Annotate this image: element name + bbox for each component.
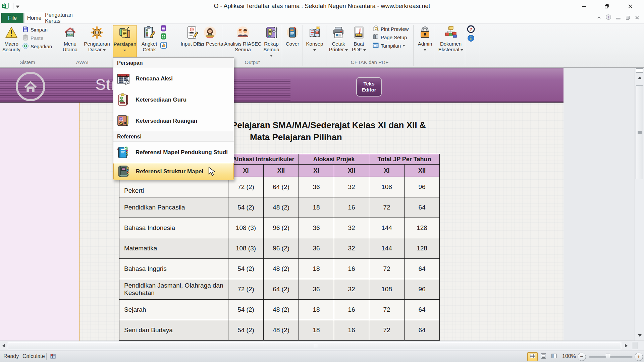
value-cell[interactable]: 64 (2) bbox=[264, 177, 299, 197]
sub-header[interactable]: XII bbox=[264, 165, 299, 177]
menu-item-ketersediaan-ruangan[interactable]: Ketersediaan Ruangan bbox=[113, 110, 234, 131]
value-cell[interactable]: 128 bbox=[405, 238, 440, 259]
horizontal-scrollbar[interactable] bbox=[0, 341, 644, 351]
value-cell[interactable]: 108 (3) bbox=[228, 238, 264, 259]
value-cell[interactable]: 18 bbox=[299, 259, 334, 279]
view-page-break-button[interactable] bbox=[549, 352, 559, 361]
subject-name-cell[interactable]: Seni dan Budaya bbox=[119, 320, 228, 341]
scrollbar-split-handle[interactable] bbox=[632, 342, 638, 349]
scroll-up-button[interactable] bbox=[635, 73, 644, 82]
value-cell[interactable]: 96 (2) bbox=[264, 238, 299, 259]
value-cell[interactable]: 18 bbox=[299, 320, 334, 341]
value-cell[interactable]: 64 bbox=[405, 320, 440, 341]
scrollbar-split-handle[interactable] bbox=[636, 68, 643, 73]
teks-editor-button[interactable]: Teks Editor bbox=[356, 77, 382, 97]
value-cell[interactable]: 64 bbox=[405, 300, 440, 320]
value-cell[interactable]: 64 bbox=[405, 197, 440, 218]
value-cell[interactable]: 36 bbox=[299, 238, 334, 259]
value-cell[interactable]: 72 bbox=[369, 259, 405, 279]
close-button[interactable] bbox=[625, 2, 636, 11]
per-peserta-button[interactable]: Per Peserta bbox=[197, 25, 223, 57]
zoom-slider-track[interactable] bbox=[589, 356, 633, 358]
value-cell[interactable]: 144 bbox=[369, 218, 405, 238]
value-cell[interactable]: 48 (2) bbox=[264, 300, 299, 320]
value-cell[interactable]: 128 bbox=[405, 218, 440, 238]
value-cell[interactable]: 32 bbox=[334, 218, 369, 238]
tab-pengaturan-kertas[interactable]: Pengaturan Kertas bbox=[45, 13, 85, 23]
restore-button[interactable] bbox=[601, 2, 612, 11]
workbook-minimize-button[interactable] bbox=[614, 14, 623, 21]
home-button[interactable] bbox=[16, 72, 45, 101]
dokumen-eksternal-button[interactable]: Dokumen Eksternal bbox=[436, 25, 466, 57]
value-cell[interactable]: 96 bbox=[405, 177, 440, 197]
menu-item-ketersediaan-guru[interactable]: Ketersediaan Guru bbox=[113, 89, 234, 110]
persiapan-button[interactable]: Persiapan bbox=[113, 25, 137, 57]
subject-name-cell[interactable]: Bahasa Indonesia bbox=[119, 218, 228, 238]
subject-name-cell[interactable]: Pendidikan Pancasila bbox=[119, 197, 228, 218]
value-cell[interactable]: 108 bbox=[369, 279, 405, 300]
cetak-printer-button[interactable]: Cetak Printer bbox=[328, 25, 349, 57]
value-cell[interactable]: 48 (2) bbox=[264, 259, 299, 279]
value-cell[interactable]: 72 bbox=[369, 300, 405, 320]
value-cell[interactable]: 18 bbox=[299, 197, 334, 218]
sub-header[interactable]: XII bbox=[334, 165, 369, 177]
subject-name-cell[interactable]: Pendidikan Jasmani, Olahraga dan Kesehat… bbox=[119, 279, 228, 300]
page-setup-button[interactable]: Page Setup bbox=[372, 33, 407, 42]
macro-security-button[interactable]: Macro Security bbox=[2, 25, 21, 57]
menu-item-referensi-mapel-pendukung-studi[interactable]: Referensi Mapel Pendukung Studi bbox=[113, 142, 234, 163]
angket-cetak-button[interactable]: Angket Cetak bbox=[138, 25, 160, 57]
value-cell[interactable]: 64 bbox=[405, 259, 440, 279]
scroll-down-button[interactable] bbox=[635, 331, 644, 340]
value-cell[interactable]: 36 bbox=[299, 218, 334, 238]
minimize-button[interactable] bbox=[578, 2, 590, 11]
admin-button[interactable]: Admin bbox=[415, 25, 435, 57]
value-cell[interactable]: 16 bbox=[334, 300, 369, 320]
zoom-out-button[interactable]: − bbox=[578, 353, 586, 361]
rekap-semua-button[interactable]: Rekap Semua bbox=[262, 25, 281, 57]
buat-pdf-button[interactable]: PDF Buat PDF bbox=[350, 25, 368, 57]
value-cell[interactable]: 64 (2) bbox=[264, 279, 299, 300]
subject-name-cell[interactable]: Matematika bbox=[119, 238, 228, 259]
value-cell[interactable]: 54 (2) bbox=[228, 300, 264, 320]
help-icon[interactable]: ? bbox=[467, 25, 475, 33]
simpan-button[interactable]: Simpan bbox=[22, 25, 48, 34]
value-cell[interactable]: 54 (2) bbox=[228, 320, 264, 341]
subject-name-cell[interactable]: Bahasa Inggris bbox=[119, 259, 228, 279]
tab-file[interactable]: File bbox=[1, 13, 23, 23]
menu-utama-button[interactable]: ALMAS Menu Utama bbox=[58, 25, 83, 57]
analisis-riasec-button[interactable]: Analisis RIASEC Semua bbox=[224, 25, 262, 57]
paste-button[interactable]: Paste bbox=[22, 34, 43, 42]
menu-item-rencana-aksi[interactable]: Rencana Aksi bbox=[113, 68, 234, 89]
collapse-ribbon-button[interactable] bbox=[595, 14, 603, 21]
value-cell[interactable]: 36 bbox=[299, 279, 334, 300]
value-cell[interactable]: 18 bbox=[299, 300, 334, 320]
value-cell[interactable]: 72 bbox=[369, 320, 405, 341]
column-group-header[interactable]: Total JP Per Tahun bbox=[369, 154, 440, 165]
vertical-scrollbar[interactable] bbox=[635, 68, 644, 341]
sub-header[interactable]: XI bbox=[369, 165, 405, 177]
scroll-left-button[interactable] bbox=[0, 342, 7, 350]
sub-header[interactable]: XI bbox=[299, 165, 334, 177]
value-cell[interactable]: 96 (2) bbox=[264, 218, 299, 238]
value-cell[interactable]: 54 (2) bbox=[228, 197, 264, 218]
subject-name-cell[interactable]: Sejarah bbox=[119, 300, 228, 320]
workbook-close-button[interactable] bbox=[633, 14, 641, 21]
value-cell[interactable]: 108 (3) bbox=[228, 218, 264, 238]
macro-record-icon[interactable] bbox=[50, 353, 56, 361]
value-cell[interactable]: 72 (2) bbox=[228, 279, 264, 300]
value-cell[interactable]: 144 bbox=[369, 238, 405, 259]
value-cell[interactable]: 16 bbox=[334, 197, 369, 218]
zoom-level[interactable]: 100% bbox=[562, 353, 576, 359]
view-normal-button[interactable] bbox=[527, 352, 538, 361]
column-group-header[interactable]: Alokasi Projek bbox=[299, 154, 369, 165]
value-cell[interactable]: 16 bbox=[334, 259, 369, 279]
sub-header[interactable]: XII bbox=[405, 165, 440, 177]
value-cell[interactable]: 32 bbox=[334, 177, 369, 197]
info-icon[interactable] bbox=[467, 35, 475, 42]
value-cell[interactable]: 32 bbox=[334, 279, 369, 300]
zoom-slider-thumb[interactable] bbox=[606, 354, 610, 360]
column-group-header[interactable]: Alokasi Intrakurikuler bbox=[228, 154, 299, 165]
konsep-button[interactable]: Konsep bbox=[304, 25, 325, 57]
scroll-right-button[interactable] bbox=[623, 342, 630, 350]
value-cell[interactable]: 108 bbox=[369, 177, 405, 197]
